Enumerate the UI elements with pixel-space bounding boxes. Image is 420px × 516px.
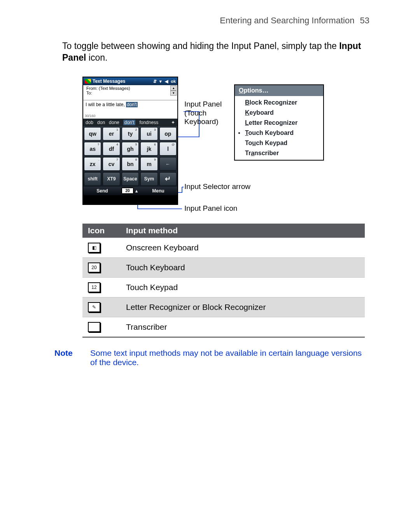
from-value: (Text Messages) [99, 86, 130, 91]
popup-item[interactable]: Block Recognizer [235, 98, 323, 108]
key-as[interactable]: as? [84, 142, 101, 156]
key-m[interactable]: m9 [140, 157, 158, 171]
table-head-icon: Icon [82, 224, 121, 238]
key-cv[interactable]: cv7 [103, 157, 120, 171]
phone-softkeys: Send 20 ▴ Menu [83, 187, 177, 195]
key-↵[interactable]: ↵ [159, 172, 177, 186]
table-row: 20Touch Keyboard [82, 257, 365, 277]
method-icon-trans [88, 322, 100, 332]
from-label: From: [86, 86, 98, 91]
key-shift[interactable]: shift [84, 172, 101, 186]
note-row: Note Some text input methods may not be … [0, 338, 420, 367]
callout-selector-arrow: Input Selector arrow [184, 182, 250, 191]
popup-header-hot: O [239, 87, 243, 94]
sync-icon: ⇵ [153, 79, 157, 84]
key-bn[interactable]: bn8 [122, 157, 139, 171]
intro-text-2: icon. [89, 52, 108, 63]
table-head-method: Input method [121, 224, 365, 238]
method-label: Onscreen Keyboard [121, 238, 365, 257]
popup-header-rest: ptions… [243, 87, 268, 94]
to-label: To: [86, 91, 92, 95]
intro-text-1: To toggle between showing and hiding the… [62, 41, 339, 51]
message-text: I will be a little late, [86, 102, 126, 107]
method-icon-20: 20 [88, 262, 100, 273]
suggest-1[interactable]: don [97, 120, 105, 125]
phone-status-icons: ⇵ ▾ ◀ ok [152, 79, 176, 84]
phone-title: Text Messages [93, 79, 126, 84]
key-ty[interactable]: ty2 [122, 127, 139, 141]
intro-paragraph: To toggle between showing and hiding the… [0, 35, 420, 68]
header-running-title: Entering and Searching Information 53 [0, 0, 420, 26]
char-count: 30/160 [85, 114, 96, 118]
suggest-0[interactable]: dob [86, 120, 93, 125]
signal-icon: ▾ [159, 79, 162, 84]
note-text: Some text input methods may not be avail… [90, 348, 369, 367]
popup-item[interactable]: Touch Keypad [235, 138, 323, 148]
key-←[interactable]: ← [159, 157, 177, 171]
send-button[interactable]: Send [83, 188, 121, 194]
header-title: Entering and Searching Information [220, 16, 354, 25]
method-label: Touch Keypad [121, 277, 365, 297]
suggest-4[interactable]: fondness [139, 120, 158, 125]
method-icon-keyboard: ◧ [88, 243, 100, 253]
start-flag-icon[interactable] [85, 79, 91, 84]
method-icon-pen: ✎ [88, 302, 100, 312]
method-label: Transcriber [121, 317, 365, 337]
method-label: Letter Recognizer or Block Recognizer [121, 297, 365, 317]
message-selected: don't [126, 102, 138, 107]
table-row: Transcriber [82, 317, 365, 337]
callout-panel-icon: Input Panel icon [184, 204, 237, 213]
suggest-3[interactable]: don't [123, 120, 136, 125]
callout-input-panel: Input Panel (Touch Keyboard) [184, 100, 235, 126]
popup-item[interactable]: Touch Keyboard [235, 128, 323, 138]
page-number: 53 [360, 16, 369, 25]
compose-header: From: (Text Messages) To: ▴ ▾ [83, 85, 177, 100]
key-Space[interactable]: Space0 [122, 172, 139, 186]
suggestion-bar[interactable]: dob don done don't fondness ✦ [83, 119, 177, 126]
menu-button[interactable]: Menu [139, 188, 177, 194]
note-label: Note [54, 348, 78, 367]
input-method-popup: Options… Block RecognizerKeyboardLetter … [234, 84, 324, 161]
table-row: ◧Onscreen Keyboard [82, 238, 365, 257]
phone-titlebar: Text Messages ⇵ ▾ ◀ ok [83, 77, 177, 85]
method-label: Touch Keyboard [121, 257, 365, 277]
key-ui[interactable]: ui3 [140, 127, 158, 141]
volume-icon: ◀ [165, 79, 168, 84]
touch-keyboard[interactable]: qwer1ty2ui3opas?df4gh5jk6l@zx.cv7bn8m9←s… [83, 126, 177, 187]
key-zx[interactable]: zx. [84, 157, 101, 171]
scroll-up-button[interactable]: ▴ [170, 86, 177, 91]
icon-method-table: Icon Input method ◧Onscreen Keyboard20To… [82, 224, 365, 338]
key-jk[interactable]: jk6 [140, 142, 158, 156]
key-op[interactable]: op [159, 127, 177, 141]
figure-cluster: Text Messages ⇵ ▾ ◀ ok From: (Text Messa… [82, 77, 362, 217]
key-df[interactable]: df4 [103, 142, 120, 156]
message-area[interactable]: I will be a little late, don't 30/160 [83, 100, 177, 119]
key-l[interactable]: l@ [159, 142, 177, 156]
ok-button[interactable]: ok [171, 79, 176, 84]
scroll-down-button[interactable]: ▾ [170, 91, 177, 96]
table-row: ✎Letter Recognizer or Block Recognizer [82, 297, 365, 317]
table-row: 12Touch Keypad [82, 277, 365, 297]
key-XT9[interactable]: XT9 [103, 172, 120, 186]
key-er[interactable]: er1 [103, 127, 120, 141]
suggest-2[interactable]: done [109, 120, 119, 125]
method-icon-12: 12 [88, 282, 100, 292]
popup-item[interactable]: Transcriber [235, 148, 323, 158]
phone-screenshot: Text Messages ⇵ ▾ ◀ ok From: (Text Messa… [82, 77, 178, 205]
popup-item[interactable]: Letter Recognizer [235, 118, 323, 128]
key-Sym[interactable]: Sym [140, 172, 158, 186]
input-panel-icon[interactable]: 20 [121, 187, 134, 194]
key-qw[interactable]: qw [84, 127, 101, 141]
key-gh[interactable]: gh5 [122, 142, 139, 156]
popup-header[interactable]: Options… [235, 85, 323, 96]
input-selector-arrow[interactable]: ▴ [134, 188, 139, 194]
popup-item[interactable]: Keyboard [235, 108, 323, 118]
suggest-more-icon[interactable]: ✦ [171, 120, 175, 125]
